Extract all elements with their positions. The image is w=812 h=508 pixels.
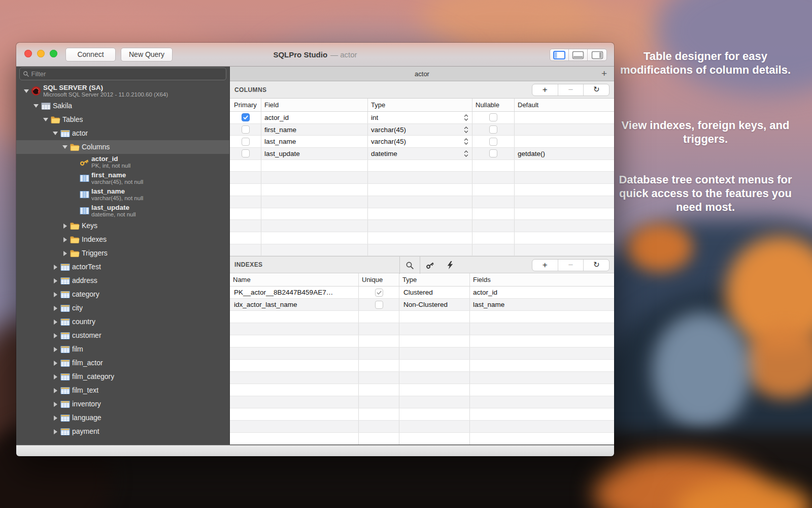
empty-column-row[interactable] [230,172,614,184]
empty-index-row[interactable] [230,396,614,408]
disclosure-triangle[interactable] [51,416,59,421]
column-row-last_name[interactable]: last_namevarchar(45) [230,136,614,148]
tree-item-keys[interactable]: Keys [16,219,229,233]
disclosure-triangle[interactable] [51,292,59,297]
disclosure-triangle[interactable] [51,320,59,325]
tree-item-customer[interactable]: customer [16,329,229,342]
index-triggers-button[interactable] [440,257,460,274]
empty-index-row[interactable] [230,323,614,335]
nullable-checkbox[interactable] [489,138,497,146]
tree-item-actor[interactable]: actor [16,126,229,140]
refresh-columns-button[interactable]: ↻ [584,84,609,96]
tree-filter-field[interactable] [19,68,226,80]
empty-index-row[interactable] [230,384,614,396]
tree-item-tables[interactable]: Tables [16,113,229,126]
index-search-button[interactable] [400,257,420,274]
tree-item-last-name[interactable]: last_namevarchar(45), not null [16,186,229,203]
tree-item-indexes[interactable]: Indexes [16,233,229,246]
connect-button[interactable]: Connect [65,48,116,61]
tree-item-actor-id[interactable]: actor_idPK, int, not null [16,154,229,170]
unique-checkbox[interactable] [375,301,383,309]
tree-item-last-update[interactable]: last_updatedatetime, not null [16,203,229,219]
disclosure-triangle[interactable] [51,374,59,379]
primary-checkbox[interactable] [242,138,250,146]
empty-column-row[interactable] [230,184,614,196]
empty-index-row[interactable] [230,335,614,347]
unique-checkbox[interactable] [375,289,383,297]
zoom-button[interactable] [50,50,57,57]
disclosure-triangle[interactable] [42,118,50,121]
filter-input[interactable] [31,70,223,78]
new-query-button[interactable]: New Query [121,48,173,61]
tree-item-actortest[interactable]: actorTest [16,260,229,274]
empty-index-row[interactable] [230,408,614,421]
empty-index-row[interactable] [230,372,614,384]
layout-left-panel-button[interactable] [550,49,569,60]
refresh-indexes-button[interactable]: ↻ [584,260,609,271]
type-stepper[interactable] [464,126,468,134]
empty-index-row[interactable] [230,433,614,444]
empty-column-row[interactable] [230,244,614,257]
tree-item-columns[interactable]: Columns [16,140,229,154]
tree-item-film-actor[interactable]: film_actor [16,356,229,370]
disclosure-triangle[interactable] [51,306,59,311]
index-keys-button[interactable] [420,257,440,274]
tree-item-language[interactable]: language [16,411,229,425]
tree-item-first-name[interactable]: first_namevarchar(45), not null [16,170,229,186]
disclosure-triangle[interactable] [61,251,69,256]
primary-checkbox[interactable] [242,149,250,157]
tree-item-triggers[interactable]: Triggers [16,246,229,260]
tree-item-country[interactable]: country [16,315,229,329]
disclosure-triangle[interactable] [61,224,69,229]
tree-item-sakila[interactable]: Sakila [16,99,229,113]
column-row-actor_id[interactable]: actor_idint [230,112,614,124]
index-row-1[interactable]: PK__actor__8B2447B459AE7…Clusteredactor_… [230,287,614,299]
disclosure-triangle[interactable] [51,388,59,393]
tree-item-server[interactable]: SQL SERVER (SA)Microsoft SQL Server 2012… [16,83,229,99]
disclosure-triangle[interactable] [51,265,59,270]
disclosure-triangle[interactable] [51,333,59,338]
tree-item-film[interactable]: film [16,342,229,356]
nullable-checkbox[interactable] [489,113,497,121]
minimize-button[interactable] [37,50,45,57]
empty-index-row[interactable] [230,421,614,433]
disclosure-triangle[interactable] [22,89,30,93]
disclosure-triangle[interactable] [51,347,59,352]
close-button[interactable] [24,50,32,57]
empty-index-row[interactable] [230,360,614,372]
nullable-checkbox[interactable] [489,149,497,157]
type-stepper[interactable] [464,114,468,121]
tree-item-payment[interactable]: payment [16,425,229,438]
tree-item-film-text[interactable]: film_text [16,384,229,397]
tab-actor[interactable]: actor [415,70,429,78]
disclosure-triangle[interactable] [51,132,59,135]
disclosure-triangle[interactable] [51,402,59,407]
index-row-2[interactable]: idx_actor_last_nameNon-Clusteredlast_nam… [230,299,614,311]
disclosure-triangle[interactable] [51,361,59,366]
layout-right-panel-button[interactable] [588,49,606,60]
empty-column-row[interactable] [230,160,614,172]
tree-item-category[interactable]: category [16,288,229,301]
tree-item-inventory[interactable]: inventory [16,397,229,411]
layout-bottom-panel-button[interactable] [569,49,588,60]
primary-checkbox[interactable] [242,125,250,134]
column-row-last_update[interactable]: last_updatedatetimegetdate() [230,148,614,160]
type-stepper[interactable] [464,138,468,145]
add-index-button[interactable]: + [532,260,558,271]
disclosure-triangle[interactable] [51,429,59,434]
empty-index-row[interactable] [230,311,614,323]
empty-column-row[interactable] [230,232,614,244]
empty-column-row[interactable] [230,208,614,220]
type-stepper[interactable] [464,150,468,157]
tree-item-city[interactable]: city [16,301,229,315]
nullable-checkbox[interactable] [489,125,497,134]
remove-index-button[interactable]: − [558,260,584,271]
disclosure-triangle[interactable] [51,278,59,283]
add-column-button[interactable]: + [532,84,558,96]
disclosure-triangle[interactable] [61,237,69,242]
disclosure-triangle[interactable] [61,145,69,149]
tree-item-address[interactable]: address [16,274,229,288]
remove-column-button[interactable]: − [558,84,584,96]
empty-column-row[interactable] [230,220,614,232]
primary-checkbox[interactable] [242,113,250,121]
